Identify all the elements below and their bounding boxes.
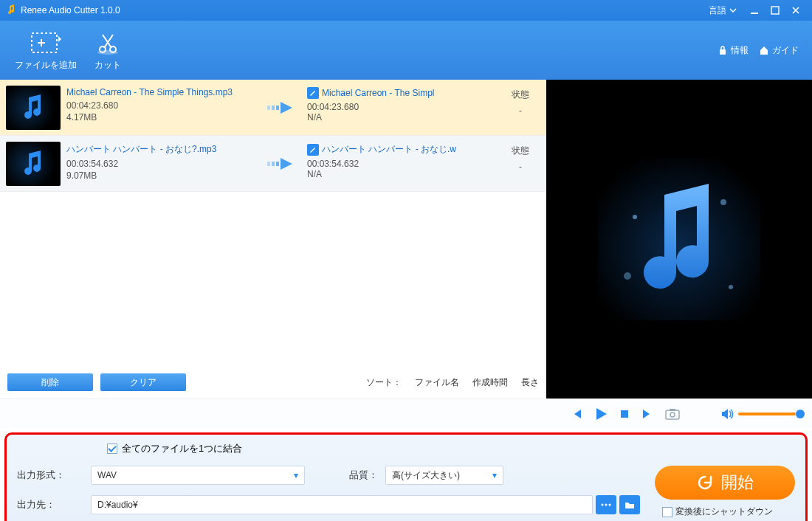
player-controls [0,398,812,428]
source-filename: ハンバート ハンバート - おなじ?.mp3 [66,143,260,156]
start-label: 開始 [721,472,754,494]
play-button[interactable] [593,407,608,421]
language-label: 言語 [709,4,726,17]
svg-rect-21 [666,410,679,419]
volume-control[interactable] [720,407,802,421]
cut-button[interactable]: カット [86,25,130,76]
source-size: 9.07MB [66,170,260,181]
status-header: 状態 [495,89,546,101]
close-button[interactable] [785,0,806,21]
maximize-button[interactable] [765,0,785,21]
svg-rect-1 [771,7,779,14]
source-info: ハンバート ハンバート - おなじ?.mp3 00:03:54.632 9.07… [63,136,263,191]
open-folder-button[interactable] [619,495,640,514]
output-duration: 00:03:54.632 [307,159,492,169]
preview-panel [546,80,812,398]
output-dir-field[interactable]: D:¥audio¥ [91,495,593,514]
next-button[interactable] [641,407,654,421]
start-area: 開始 変換後にシャットダウン [655,466,795,518]
merge-files-label: 全てのファイルを1つに結合 [122,442,242,455]
main-area: Michael Carreon - The Simple Things.mp3 … [0,80,812,398]
svg-point-18 [624,272,631,280]
svg-rect-13 [272,162,275,166]
lock-icon [718,45,728,55]
svg-rect-20 [621,410,628,418]
filmstrip-plus-icon [15,30,77,56]
output-settings-panel: 全てのファイルを1つに結合 出力形式： WAV ▾ 品質： 高(サイズ大きい) … [4,432,808,521]
svg-point-17 [720,199,726,205]
refresh-icon [696,474,714,491]
svg-point-25 [605,504,608,506]
quality-label: 品質： [349,469,378,482]
output-dir-label: 出力先： [17,498,91,511]
file-row[interactable]: Michael Carreon - The Simple Things.mp3 … [0,80,546,136]
svg-rect-4 [38,42,45,44]
add-file-label: ファイルを追加 [15,59,77,72]
edit-output-name-button[interactable] [307,87,319,99]
chevron-down-icon: ▾ [294,470,298,480]
preview-music-icon [598,158,760,320]
output-size: N/A [307,169,492,179]
output-dir-value: D:¥audio¥ [97,500,138,510]
guide-link[interactable]: ガイド [759,44,799,57]
sort-by-length[interactable]: 長さ [521,376,539,389]
sort-by-name[interactable]: ファイル名 [415,376,459,389]
chevron-down-icon: ▾ [492,470,497,480]
status-value: - [495,162,546,172]
quality-dropdown[interactable]: 高(サイズ大きい) ▾ [385,466,503,485]
info-link[interactable]: 情報 [718,44,749,57]
list-actions: 削除 クリア ソート： ファイル名 作成時間 長さ [7,373,546,391]
file-thumbnail [6,86,61,130]
output-format-dropdown[interactable]: WAV ▾ [91,466,305,485]
music-note-icon [18,149,48,179]
source-duration: 00:03:54.632 [66,159,260,169]
svg-rect-10 [272,106,275,110]
output-duration: 00:04:23.680 [307,102,492,112]
shutdown-label: 変換後にシャットダウン [675,506,773,518]
prev-button[interactable] [570,407,583,421]
svg-rect-0 [751,13,758,14]
app-logo-icon [6,4,16,17]
sort-label: ソート： [366,376,402,389]
volume-slider[interactable] [738,413,802,415]
shutdown-checkbox[interactable] [662,507,672,517]
language-dropdown[interactable]: 言語 [709,4,737,17]
output-info: Michael Carreon - The Simpl 00:04:23.680… [304,80,495,135]
add-file-button[interactable]: ファイルを追加 [6,25,86,76]
svg-point-19 [729,285,733,289]
output-filename: Michael Carreon - The Simpl [322,88,435,98]
sort-bar: ソート： ファイル名 作成時間 長さ [366,376,539,389]
titlebar: Renee Audio Cutter 1.0.0 言語 [0,0,812,21]
svg-point-26 [609,504,611,506]
svg-rect-12 [267,162,270,166]
app-title: Renee Audio Cutter 1.0.0 [21,5,120,15]
status-header: 状態 [495,145,546,157]
start-button[interactable]: 開始 [655,466,795,500]
chevron-down-icon [729,7,737,14]
source-info: Michael Carreon - The Simple Things.mp3 … [63,80,263,135]
output-info: ハンバート ハンバート - おなじ.w 00:03:54.632 N/A [304,136,495,191]
snapshot-button[interactable] [664,407,681,421]
svg-point-7 [97,50,118,55]
stop-button[interactable] [619,408,630,420]
sort-by-created[interactable]: 作成時間 [472,376,508,389]
guide-label: ガイド [772,44,799,57]
svg-point-24 [602,504,604,506]
svg-point-16 [633,215,637,219]
output-filename: ハンバート ハンバート - おなじ.w [322,143,456,156]
home-icon [759,45,769,55]
output-size: N/A [307,112,492,123]
delete-button[interactable]: 削除 [7,373,93,391]
browse-more-button[interactable] [596,495,616,514]
clear-button[interactable]: クリア [100,373,186,391]
source-size: 4.17MB [66,112,260,123]
file-row[interactable]: ハンバート ハンバート - おなじ?.mp3 00:03:54.632 9.07… [0,136,546,192]
minimize-button[interactable] [744,0,765,21]
status-column: 状態 - [495,80,546,135]
toolbar: ファイルを追加 カット 情報 ガイド [0,21,812,80]
merge-files-checkbox[interactable] [107,444,117,454]
svg-rect-15 [598,158,760,320]
svg-rect-23 [670,409,675,411]
edit-output-name-button[interactable] [307,144,319,156]
scissors-icon [94,30,121,56]
